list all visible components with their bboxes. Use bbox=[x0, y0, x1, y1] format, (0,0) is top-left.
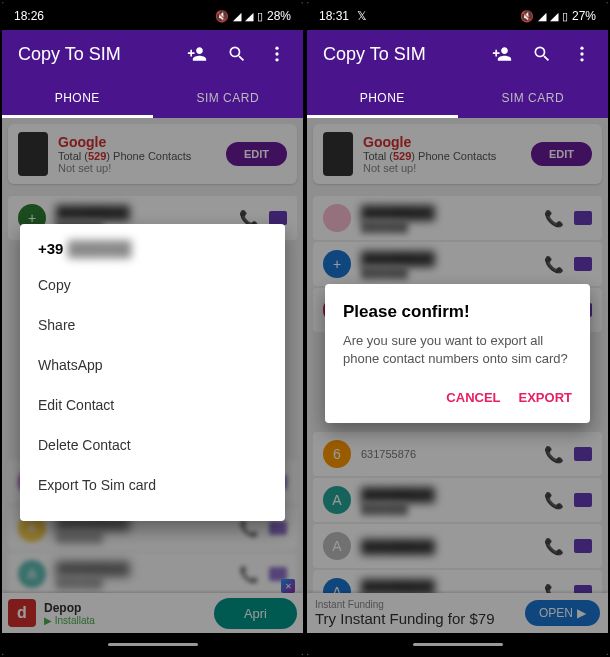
battery-pct: 28% bbox=[267, 9, 291, 23]
search-icon[interactable] bbox=[227, 44, 247, 64]
tab-phone[interactable]: PHONE bbox=[307, 78, 458, 118]
menu-whatsapp[interactable]: WhatsApp bbox=[20, 345, 285, 385]
signal-icon: ◢ bbox=[245, 10, 253, 23]
menu-delete-contact[interactable]: Delete Contact bbox=[20, 425, 285, 465]
svg-point-4 bbox=[580, 52, 583, 55]
phone-screen-left: 18:26 🔇 ◢ ◢ ▯ 28% Copy To SIM PHONE SIM … bbox=[2, 2, 303, 655]
app-header: Copy To SIM bbox=[2, 30, 303, 78]
tab-sim[interactable]: SIM CARD bbox=[153, 78, 304, 118]
cancel-button[interactable]: CANCEL bbox=[446, 390, 500, 405]
app-title: Copy To SIM bbox=[323, 44, 426, 65]
add-person-icon[interactable] bbox=[492, 44, 512, 64]
menu-edit-contact[interactable]: Edit Contact bbox=[20, 385, 285, 425]
status-icons: 🔇 ◢ ◢ ▯ 28% bbox=[215, 9, 291, 23]
dialog-title: Please confirm! bbox=[343, 302, 572, 322]
x-icon: 𝕏 bbox=[357, 9, 367, 23]
app-title: Copy To SIM bbox=[18, 44, 121, 65]
context-menu-title: +39 ██████ bbox=[20, 240, 285, 265]
mute-icon: 🔇 bbox=[215, 10, 229, 23]
tab-bar: PHONE SIM CARD bbox=[2, 78, 303, 118]
tab-sim[interactable]: SIM CARD bbox=[458, 78, 609, 118]
signal-icon: ◢ bbox=[550, 10, 558, 23]
search-icon[interactable] bbox=[532, 44, 552, 64]
wifi-icon: ◢ bbox=[233, 10, 241, 23]
menu-export-to-sim[interactable]: Export To Sim card bbox=[20, 465, 285, 505]
svg-point-3 bbox=[580, 47, 583, 50]
export-button[interactable]: EXPORT bbox=[519, 390, 572, 405]
confirm-dialog: Please confirm! Are you sure you want to… bbox=[325, 284, 590, 423]
battery-icon: ▯ bbox=[257, 10, 263, 23]
more-icon[interactable] bbox=[572, 44, 592, 64]
menu-copy[interactable]: Copy bbox=[20, 265, 285, 305]
tab-bar: PHONE SIM CARD bbox=[307, 78, 608, 118]
svg-point-1 bbox=[275, 52, 278, 55]
phone-screen-right: 18:31 𝕏 🔇 ◢ ◢ ▯ 27% Copy To SIM PHONE SI… bbox=[307, 2, 608, 655]
menu-share[interactable]: Share bbox=[20, 305, 285, 345]
status-bar: 18:26 🔇 ◢ ◢ ▯ 28% bbox=[2, 2, 303, 30]
app-header: Copy To SIM bbox=[307, 30, 608, 78]
status-time: 18:26 bbox=[14, 9, 44, 23]
dialog-text: Are you sure you want to export all phon… bbox=[343, 332, 572, 368]
status-bar: 18:31 𝕏 🔇 ◢ ◢ ▯ 27% bbox=[307, 2, 608, 30]
battery-pct: 27% bbox=[572, 9, 596, 23]
status-time: 18:31 bbox=[319, 9, 349, 23]
svg-point-5 bbox=[580, 58, 583, 61]
svg-point-2 bbox=[275, 58, 278, 61]
wifi-icon: ◢ bbox=[538, 10, 546, 23]
add-person-icon[interactable] bbox=[187, 44, 207, 64]
status-icons: 🔇 ◢ ◢ ▯ 27% bbox=[520, 9, 596, 23]
context-menu: +39 ██████ Copy Share WhatsApp Edit Cont… bbox=[20, 224, 285, 521]
tab-phone[interactable]: PHONE bbox=[2, 78, 153, 118]
battery-icon: ▯ bbox=[562, 10, 568, 23]
svg-point-0 bbox=[275, 47, 278, 50]
more-icon[interactable] bbox=[267, 44, 287, 64]
mute-icon: 🔇 bbox=[520, 10, 534, 23]
